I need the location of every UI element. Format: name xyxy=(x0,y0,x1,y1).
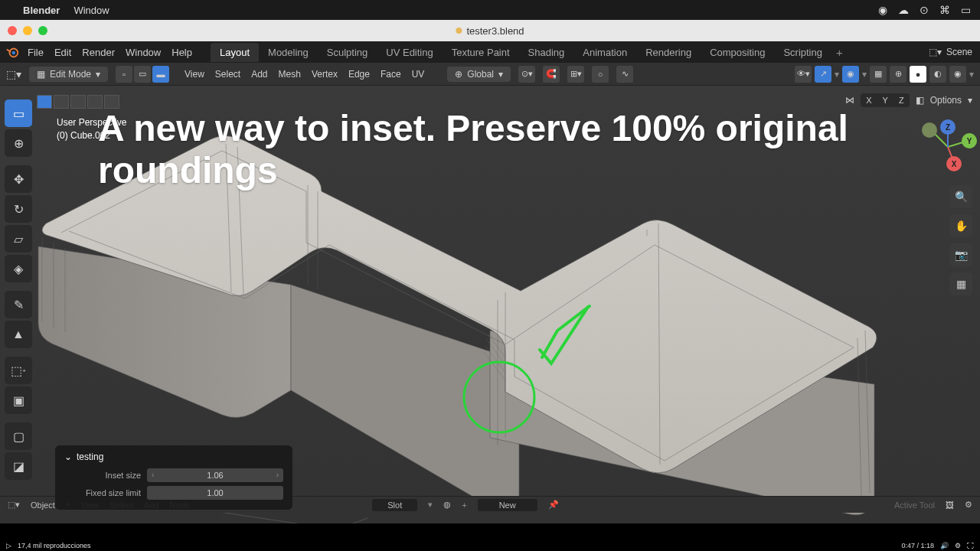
addcube-tool[interactable]: ⬚ + xyxy=(5,357,32,384)
tab-compositing[interactable]: Compositing xyxy=(701,43,774,62)
tbmenu-face[interactable]: Face xyxy=(381,69,401,80)
volume-icon[interactable]: 🔊 xyxy=(940,542,949,549)
scale-tool[interactable]: ▱ xyxy=(5,225,32,253)
mirror-icon[interactable]: ◧ xyxy=(916,95,924,106)
options-dropdown[interactable]: Options xyxy=(930,95,962,106)
mode-dropdown[interactable]: ▦ Edit Mode ▾ xyxy=(29,67,108,82)
bevel-tool[interactable]: ◪ xyxy=(5,452,32,480)
tbmenu-add[interactable]: Add xyxy=(251,69,267,80)
minimize-btn[interactable] xyxy=(23,26,32,35)
chevron-down-icon: ▾ xyxy=(96,69,100,80)
editor-type-icon[interactable]: ⬚▾ xyxy=(8,500,20,510)
param-value[interactable]: 1.00 xyxy=(147,486,283,500)
img-icon[interactable]: 🖼 xyxy=(946,500,954,510)
annotation-check xyxy=(459,304,612,457)
face-select-mode[interactable]: ▬ xyxy=(152,66,169,83)
param-value[interactable]: 1.06‹› xyxy=(147,468,283,482)
editmode-icon: ▦ xyxy=(37,69,45,80)
transform-tool[interactable]: ◈ xyxy=(5,255,32,282)
pan-icon[interactable]: ✋ xyxy=(949,214,972,237)
tab-animation[interactable]: Animation xyxy=(573,43,636,62)
pivot-icon[interactable]: ⊙▾ xyxy=(518,66,535,83)
tab-texture-paint[interactable]: Texture Paint xyxy=(443,43,519,62)
measure-tool[interactable]: ▲ xyxy=(5,321,32,348)
menu-render[interactable]: Render xyxy=(82,47,115,58)
matpreview-shading[interactable]: ◐ xyxy=(929,66,946,83)
tbmenu-edge[interactable]: Edge xyxy=(348,69,370,80)
3d-viewport[interactable]: ▭ ⊕ ✥ ↻ ▱ ◈ ✎ ▲ ⬚ + ▣ ▢ ◪ User Perspecti… xyxy=(0,86,980,523)
mode-object[interactable]: Object xyxy=(31,500,55,510)
annotate-tool[interactable]: ✎ xyxy=(5,291,32,318)
tbmenu-mesh[interactable]: Mesh xyxy=(279,69,301,80)
zoom-btn[interactable] xyxy=(38,26,47,35)
tab-modeling[interactable]: Modeling xyxy=(259,43,318,62)
fullscreen-icon[interactable]: ⛶ xyxy=(967,542,974,549)
chevron-down-icon: ▾ xyxy=(498,69,503,80)
proportional-icon[interactable]: ○ xyxy=(592,66,609,83)
close-btn[interactable] xyxy=(8,26,17,35)
tab-scripting[interactable]: Scripting xyxy=(774,43,831,62)
play-time: 0:47 / 1:18 xyxy=(901,542,934,549)
pin-icon[interactable]: 📌 xyxy=(548,500,559,510)
tab-layout[interactable]: Layout xyxy=(211,43,259,62)
menu-help[interactable]: Help xyxy=(172,47,192,58)
orientation-dropdown[interactable]: ⊕ Global ▾ xyxy=(447,67,511,82)
rotate-tool[interactable]: ↻ xyxy=(5,195,32,223)
editor-type-icon[interactable]: ⬚▾ xyxy=(6,68,21,80)
settings-icon[interactable]: ⚙ xyxy=(955,542,961,549)
panel-title: testing xyxy=(77,452,103,462)
axis-x[interactable]: X xyxy=(946,156,962,171)
tbmenu-uv[interactable]: UV xyxy=(412,69,425,80)
tbmenu-view[interactable]: View xyxy=(185,69,204,80)
wireframe-shading[interactable]: ⊕ xyxy=(890,66,906,83)
tab-rendering[interactable]: Rendering xyxy=(636,43,701,62)
play-icon[interactable]: ▷ xyxy=(6,542,11,549)
proportional-type-icon[interactable]: ∿ xyxy=(616,66,633,83)
menu-file[interactable]: File xyxy=(28,47,44,58)
move-tool[interactable]: ✥ xyxy=(5,165,32,193)
extrude-tool[interactable]: ▣ xyxy=(5,386,32,414)
menu-window[interactable]: Window xyxy=(126,47,161,58)
browse-icon[interactable]: ◍ xyxy=(443,500,451,510)
edge-select-mode[interactable]: ▭ xyxy=(134,66,151,83)
inset-tool[interactable]: ▢ xyxy=(5,422,32,450)
chevron-down-icon: ▾ xyxy=(968,95,972,106)
zoom-icon[interactable]: 🔍 xyxy=(949,185,972,208)
slot-field[interactable]: Slot xyxy=(372,499,417,511)
tab-sculpting[interactable]: Sculpting xyxy=(318,43,377,62)
tab-uv-editing[interactable]: UV Editing xyxy=(377,43,442,62)
blender-logo-icon[interactable] xyxy=(0,45,24,59)
mac-menu-window[interactable]: Window xyxy=(74,5,109,16)
select-tool[interactable]: ▭ xyxy=(5,99,32,127)
operator-panel[interactable]: ⌄testing Inset size1.06‹›Fixed size limi… xyxy=(55,445,292,510)
tbmenu-vertex[interactable]: Vertex xyxy=(312,69,338,80)
axis-z[interactable]: Z xyxy=(940,119,956,135)
caption-overlay: A new way to inset. Preserve 100% origin… xyxy=(98,107,934,191)
axis-lock[interactable]: XYZ xyxy=(861,93,909,107)
new-button[interactable]: New xyxy=(478,499,537,511)
overlay-toggle-icon[interactable]: ◉ xyxy=(842,66,859,83)
xray-icon[interactable]: ▦ xyxy=(870,66,887,83)
tbmenu-select[interactable]: Select xyxy=(215,69,240,80)
gear-icon[interactable]: ⚙ xyxy=(965,500,972,510)
menu-edit[interactable]: Edit xyxy=(54,47,71,58)
visibility-icon[interactable]: 👁▾ xyxy=(795,66,812,83)
snap-type-icon[interactable]: ⊞▾ xyxy=(567,66,584,83)
app-name[interactable]: Blender xyxy=(23,5,60,16)
add-workspace-icon[interactable]: + xyxy=(836,46,843,59)
gizmo-icon[interactable]: ↗ xyxy=(815,66,831,83)
scene-label[interactable]: Scene xyxy=(946,47,972,57)
chevron-down-icon[interactable]: ⌄ xyxy=(64,452,72,462)
camera-icon[interactable]: 📷 xyxy=(949,243,972,266)
scene-dropdown-icon[interactable]: ⬚▾ xyxy=(929,47,942,57)
tab-shading[interactable]: Shading xyxy=(519,43,574,62)
axis-y[interactable]: Y xyxy=(962,133,977,148)
play-status-icon: ⊙ xyxy=(920,4,929,16)
butterfly-icon[interactable]: ⋈ xyxy=(845,95,854,106)
snap-icon[interactable]: 🧲 xyxy=(543,66,560,83)
cursor-tool[interactable]: ⊕ xyxy=(5,129,32,157)
vertex-select-mode[interactable]: ▫ xyxy=(116,66,132,83)
render-shading[interactable]: ◉ xyxy=(949,66,966,83)
solid-shading[interactable]: ● xyxy=(910,66,926,83)
persp-icon[interactable]: ▦ xyxy=(949,272,972,295)
